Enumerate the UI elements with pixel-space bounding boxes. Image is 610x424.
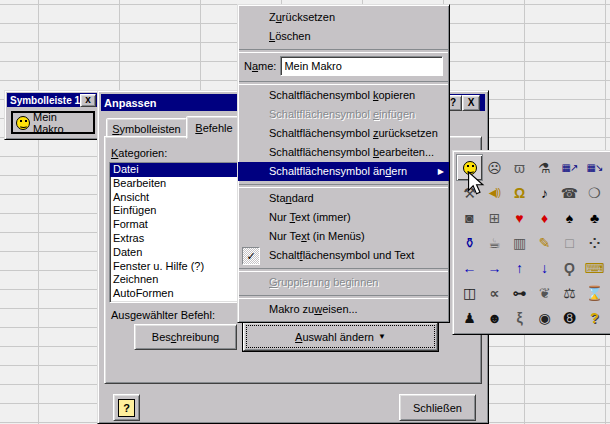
palette-icon-person[interactable]: ♟ (457, 305, 482, 330)
menu-item-change-button-image[interactable]: Schaltflächensymbol ändern▶ (238, 162, 449, 181)
palette-icon-running-figure[interactable]: ξ (507, 305, 532, 330)
palette-icon-calculator[interactable]: ⊞ (482, 205, 507, 230)
menu-item-begin-group: Gruppierung beginnen (238, 273, 449, 292)
toolbar-titlebar[interactable]: Symbolleiste 1 x (7, 93, 99, 107)
palette-icon-save-arrow-in[interactable]: ▦↗ (557, 155, 582, 180)
palette-icon-club[interactable]: ♣ (582, 205, 607, 230)
description-button[interactable]: Beschreibung (134, 324, 237, 350)
palette-icon-eight-ball[interactable]: ➑ (557, 305, 582, 330)
desktop-grid: Symbolleiste 1 x Mein Makro Anpassen ? X… (0, 0, 610, 424)
menu-item-reset-button-image[interactable]: Schaltflächensymbol zurücksetzen (238, 124, 449, 143)
menu-separator (238, 78, 449, 86)
category-item[interactable]: Fenster u. Hilfe (?) (110, 260, 242, 274)
categories-listbox[interactable]: DateiBearbeitenAnsichtEinfügenFormatExtr… (109, 162, 243, 303)
menu-item-image-and-text[interactable]: Schaltflächensymbol und Text✓ (238, 246, 449, 265)
palette-icon-profile-face[interactable]: ☻ (482, 305, 507, 330)
help-balloon-icon: ? (118, 399, 135, 417)
palette-icon-mug[interactable]: ☕ (482, 230, 507, 255)
name-label: Name: (244, 60, 276, 72)
category-item[interactable]: AutoFormen (110, 287, 242, 301)
dialog-title: Anpassen (104, 97, 157, 109)
palette-icon-pushpin[interactable]: Ϙ (557, 255, 582, 280)
category-item[interactable]: Ansicht (110, 191, 242, 205)
menu-separator (238, 292, 449, 300)
menu-separator (238, 181, 449, 189)
categories-label: Kategorien: (111, 147, 167, 159)
menu-item-assign-macro[interactable]: Makro zuweisen... (238, 300, 449, 319)
selected-command-label: Ausgewählter Befehl: (111, 309, 215, 321)
palette-icon-jar[interactable]: ⚱ (457, 230, 482, 255)
palette-icon-heart[interactable]: ♥ (507, 205, 532, 230)
menu-item-paste-button-image: Schaltflächensymbol einfügen (238, 105, 449, 124)
smiley-icon (16, 116, 30, 130)
close-button[interactable]: Schließen (399, 394, 476, 421)
palette-icon-open-book[interactable]: ◫ (457, 280, 482, 305)
palette-icon-loudspeaker[interactable]: ◀)) (482, 180, 507, 205)
category-item[interactable]: Datei (110, 163, 242, 177)
menu-item-edit-button-image[interactable]: Schaltflächensymbol bearbeiten... (238, 143, 449, 162)
palette-icon-diamond[interactable]: ♦ (532, 205, 557, 230)
palette-icon-telephone[interactable]: ☎ (557, 180, 582, 205)
palette-icon-question-mark[interactable]: ? (582, 305, 607, 330)
palette-icon-music-note[interactable]: ♪ (532, 180, 557, 205)
palette-icon-blank-square[interactable]: □ (557, 230, 582, 255)
menu-separator (238, 46, 449, 54)
category-item[interactable]: Format (110, 218, 242, 232)
palette-icon-arrow-right[interactable]: → (482, 255, 507, 280)
menu-item-reset[interactable]: Zurücksetzen (238, 8, 449, 27)
palette-icon-trash-can[interactable]: ▥ (507, 230, 532, 255)
palette-icon-spade[interactable]: ♠ (557, 205, 582, 230)
context-menu: ZurücksetzenLöschenName:Schaltflächensym… (237, 4, 450, 323)
palette-icon-hourglass[interactable]: ⌛ (582, 280, 607, 305)
dialog-help-button[interactable]: ? (113, 394, 140, 421)
menu-item-delete[interactable]: Löschen (238, 27, 449, 46)
palette-icon-scales[interactable]: ⚖ (557, 280, 582, 305)
dropdown-arrow-icon: ▼ (378, 332, 386, 341)
menu-item-text-only-always[interactable]: Nur Text (immer) (238, 208, 449, 227)
palette-icon-speech-balloon[interactable]: ❍ (582, 180, 607, 205)
category-item[interactable]: Bearbeiten (110, 177, 242, 191)
palette-icon-keyboard[interactable]: ⌨ (582, 255, 607, 280)
floating-toolbar-window: Symbolleiste 1 x Mein Makro (4, 90, 102, 140)
modify-selection-button[interactable]: Auswahl ändern ▼ (243, 322, 438, 351)
toolbar-close-icon[interactable]: x (80, 94, 96, 107)
mouse-cursor-icon (467, 171, 485, 195)
dialog-close-icon[interactable]: X (462, 95, 480, 111)
palette-icon-footprints[interactable]: ⁘ (582, 230, 607, 255)
checkmark-icon: ✓ (242, 247, 260, 265)
palette-icon-swirl-hearts[interactable]: ❦ (532, 280, 557, 305)
category-item[interactable]: Daten (110, 246, 242, 260)
menu-item-text-only-menus[interactable]: Nur Text (in Menüs) (238, 227, 449, 246)
mein-makro-button[interactable]: Mein Makro (11, 111, 95, 134)
menu-item-default-style[interactable]: Standard (238, 189, 449, 208)
toolbar-title: Symbolleiste 1 (10, 95, 80, 106)
tab-befehle[interactable]: Befehle (186, 116, 242, 139)
category-item[interactable]: Extras (110, 232, 242, 246)
palette-icon-key[interactable]: ⊶ (507, 280, 532, 305)
category-item[interactable]: Einfügen (110, 204, 242, 218)
mein-makro-label: Mein Makro (33, 111, 90, 135)
category-item[interactable]: Zeichnen (110, 273, 242, 287)
palette-icon-arrow-down[interactable]: ↓ (532, 255, 557, 280)
palette-icon-ink-bottle[interactable]: ⚗ (532, 155, 557, 180)
palette-icon-save-arrow-out[interactable]: ▦↘ (582, 155, 607, 180)
menu-separator (238, 265, 449, 273)
palette-icon-bell[interactable]: Ω (507, 180, 532, 205)
palette-icon-video-camera[interactable]: ◙ (457, 205, 482, 230)
palette-icon-tropical-fish[interactable]: ∝ (482, 280, 507, 305)
name-input[interactable] (280, 56, 443, 76)
palette-icon-pig[interactable]: ϖ (507, 155, 532, 180)
name-row: Name: (238, 54, 449, 78)
palette-icon-arrow-left[interactable]: ← (457, 255, 482, 280)
menu-item-copy-button-image[interactable]: Schaltflächensymbol kopieren (238, 86, 449, 105)
palette-icon-arrow-up[interactable]: ↑ (507, 255, 532, 280)
palette-icon-eye[interactable]: ◉ (532, 305, 557, 330)
palette-icon-pencil[interactable]: ✎ (532, 230, 557, 255)
modify-selection-label: Auswahl ändern (295, 331, 374, 343)
palette-icon-frown-face[interactable]: ☹ (482, 155, 507, 180)
submenu-arrow-icon: ▶ (438, 162, 444, 181)
